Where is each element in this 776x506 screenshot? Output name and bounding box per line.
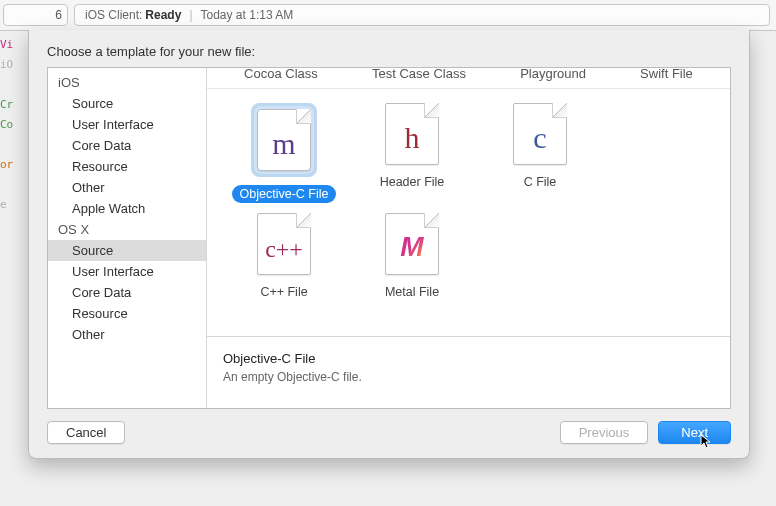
background-code-strip: ViiO CrCo or e (0, 35, 30, 235)
template-sidebar: iOSSourceUser InterfaceCore DataResource… (48, 68, 207, 408)
sidebar-item-source[interactable]: Source (48, 93, 206, 114)
template-metal-file[interactable]: MMetal File (353, 213, 471, 301)
sidebar-item-resource[interactable]: Resource (48, 156, 206, 177)
sidebar-item-resource[interactable]: Resource (48, 303, 206, 324)
sheet-title: Choose a template for your new file: (29, 30, 749, 67)
new-file-sheet: Choose a template for your new file: iOS… (28, 30, 750, 459)
template-header-label: Swift File (640, 68, 693, 81)
sidebar-item-core-data[interactable]: Core Data (48, 282, 206, 303)
sidebar-item-other[interactable]: Other (48, 177, 206, 198)
status-state: Ready (145, 8, 181, 22)
status-time: Today at 1:13 AM (201, 8, 294, 22)
sheet-button-row: Cancel Previous Next (29, 409, 749, 458)
file-icon: h (385, 103, 439, 165)
file-icon: c (513, 103, 567, 165)
top-left-value: 6 (55, 8, 62, 22)
template-header-row: Cocoa ClassTest Case ClassPlaygroundSwif… (207, 68, 730, 89)
file-glyph: m (272, 129, 295, 159)
template-header-label: Playground (520, 68, 586, 81)
template-header-label: Cocoa Class (244, 68, 318, 81)
status-client-label: iOS Client: (85, 8, 142, 22)
template-c-file[interactable]: cC File (481, 103, 599, 203)
file-glyph: c (533, 123, 546, 153)
top-status-bar: 6 iOS Client: Ready | Today at 1:13 AM (0, 0, 776, 31)
build-status-pill[interactable]: iOS Client: Ready | Today at 1:13 AM (74, 4, 770, 26)
template-label: C++ File (252, 283, 315, 301)
file-icon: c++ (257, 213, 311, 275)
cancel-button[interactable]: Cancel (47, 421, 125, 444)
sidebar-item-core-data[interactable]: Core Data (48, 135, 206, 156)
sidebar-item-user-interface[interactable]: User Interface (48, 114, 206, 135)
next-button[interactable]: Next (658, 421, 731, 444)
template-description: Objective-C File An empty Objective-C fi… (207, 336, 730, 408)
status-separator: | (189, 8, 192, 22)
sidebar-section-os-x: OS X (48, 219, 206, 240)
template-label: Objective-C File (232, 185, 337, 203)
file-glyph: h (405, 123, 420, 153)
top-left-segment[interactable]: 6 (3, 4, 68, 26)
file-icon: m (257, 109, 311, 171)
description-title: Objective-C File (223, 351, 714, 366)
template-area: Cocoa ClassTest Case ClassPlaygroundSwif… (207, 68, 730, 408)
sheet-body: iOSSourceUser InterfaceCore DataResource… (47, 67, 731, 409)
previous-button: Previous (560, 421, 649, 444)
template-c++-file[interactable]: c++C++ File (225, 213, 343, 301)
template-label: Header File (372, 173, 453, 191)
sidebar-item-user-interface[interactable]: User Interface (48, 261, 206, 282)
template-header-file[interactable]: hHeader File (353, 103, 471, 203)
template-label: Metal File (377, 283, 447, 301)
mouse-cursor-icon (700, 434, 712, 450)
template-header-label: Test Case Class (372, 68, 466, 81)
sidebar-section-ios: iOS (48, 72, 206, 93)
file-icon: M (385, 213, 439, 275)
template-grid: mObjective-C FilehHeader FilecC Filec++C… (207, 89, 730, 336)
sidebar-item-other[interactable]: Other (48, 324, 206, 345)
file-glyph: M (400, 231, 423, 263)
file-glyph: c++ (265, 237, 303, 261)
sidebar-item-apple-watch[interactable]: Apple Watch (48, 198, 206, 219)
sidebar-item-source[interactable]: Source (48, 240, 206, 261)
template-label: C File (516, 173, 565, 191)
template-objective-c-file[interactable]: mObjective-C File (225, 103, 343, 203)
description-detail: An empty Objective-C file. (223, 370, 714, 384)
